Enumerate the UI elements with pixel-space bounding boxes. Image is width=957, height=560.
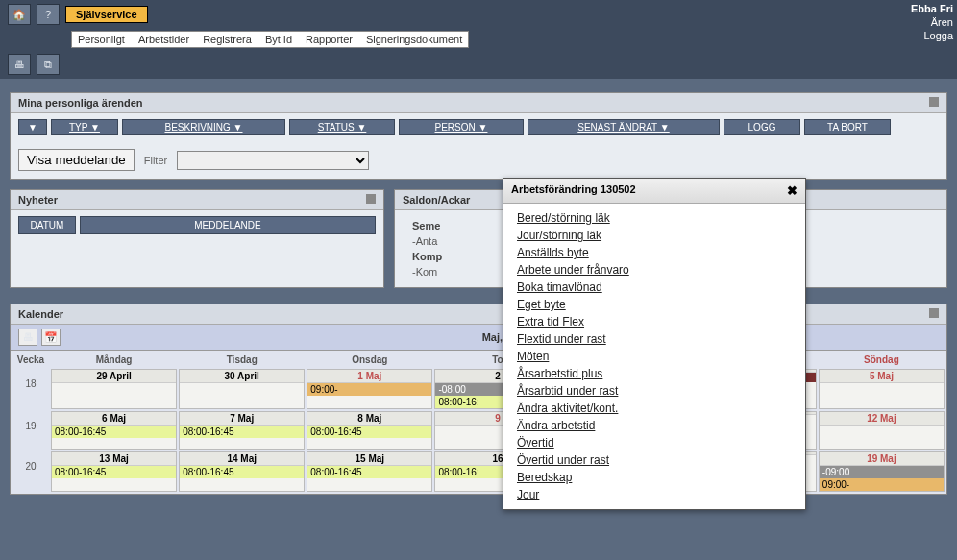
- calendar-cell[interactable]: 19 Maj-09:0009:00-: [819, 451, 945, 492]
- calendar-date: 5 Maj: [820, 370, 944, 383]
- popup-link[interactable]: Övertid: [517, 434, 792, 451]
- menu-item-byt-id[interactable]: Byt Id: [265, 34, 292, 45]
- col-typ[interactable]: TYP ▼: [51, 119, 118, 135]
- col-logg[interactable]: LOGG: [724, 119, 800, 135]
- collapse-icon[interactable]: [366, 194, 376, 204]
- calendar-date: 15 Maj: [307, 452, 431, 466]
- close-icon[interactable]: ✖: [787, 183, 798, 198]
- day-header: Söndag: [819, 353, 945, 367]
- col-beskrivning[interactable]: BESKRIVNING ▼: [122, 119, 285, 135]
- popup-link[interactable]: Jour/störning läk: [517, 227, 792, 244]
- calendar-cell[interactable]: 13 Maj08:00-16:45: [51, 451, 177, 492]
- menu-item-arbetstider[interactable]: Arbetstider: [138, 34, 189, 45]
- calendar-entry[interactable]: 08:00-16:45: [180, 466, 304, 478]
- calendar-date: 8 Maj: [307, 412, 431, 426]
- home-icon[interactable]: 🏠: [8, 4, 31, 25]
- calendar-date: 14 Maj: [180, 452, 304, 466]
- calendar-date: 1 Maj: [307, 370, 431, 383]
- popup-link[interactable]: Övertid under rast: [517, 451, 792, 469]
- user-info: Ebba Fri Ären Logga: [911, 2, 953, 42]
- menu-item-signeringsdokument[interactable]: Signeringsdokument: [366, 34, 462, 45]
- calendar-cell[interactable]: 29 April: [51, 369, 177, 409]
- calendar-entry[interactable]: 08:00-16:45: [52, 426, 176, 438]
- popup-link[interactable]: Extra tid Flex: [517, 313, 792, 330]
- news-col-message: MEDDELANDE: [80, 216, 376, 234]
- news-col-date: DATUM: [18, 216, 76, 234]
- help-icon[interactable]: ?: [37, 4, 60, 25]
- calendar-entry[interactable]: 08:00-16:45: [180, 426, 304, 438]
- window-icon[interactable]: ⧉: [37, 54, 60, 75]
- col-senast[interactable]: SENAST ÄNDRAT ▼: [528, 119, 720, 135]
- day-header: Måndag: [51, 353, 177, 367]
- calendar-cell[interactable]: 12 Maj: [819, 411, 945, 450]
- menu-item-personligt[interactable]: Personligt: [78, 34, 125, 45]
- popup-link[interactable]: Ändra arbetstid: [517, 417, 792, 434]
- popup-link[interactable]: Bered/störning läk: [517, 209, 792, 227]
- calendar-panel: Kalender 🖶 📅 Maj, 20 VeckaMåndagTisdagOn…: [10, 304, 947, 495]
- day-header: Tisdag: [179, 353, 305, 367]
- calendar-cell[interactable]: 8 Maj08:00-16:45: [307, 411, 432, 450]
- filter-select[interactable]: [177, 151, 369, 170]
- popup-link[interactable]: Flextid under rast: [517, 330, 792, 348]
- calendar-cell[interactable]: 14 Maj08:00-16:45: [179, 451, 305, 492]
- calendar-date: 29 April: [52, 370, 176, 383]
- collapse-icon[interactable]: [929, 308, 939, 318]
- collapse-icon[interactable]: [929, 97, 939, 107]
- user-sub1: Ären: [911, 15, 953, 29]
- popup-link[interactable]: Anställds byte: [517, 244, 792, 261]
- calendar-date: 7 Maj: [180, 412, 304, 426]
- calendar-entry[interactable]: 08:00-16:45: [307, 426, 431, 438]
- menu-item-registrera[interactable]: Registrera: [203, 34, 252, 45]
- popup-link[interactable]: Boka timavlönad: [517, 279, 792, 296]
- popup-link[interactable]: Arbete under frånvaro: [517, 261, 792, 279]
- calendar-icon[interactable]: 📅: [41, 329, 61, 346]
- news-panel: Nyheter DATUM MEDDELANDE: [10, 189, 384, 288]
- week-label: Vecka: [12, 353, 49, 367]
- user-name: Ebba Fri: [911, 2, 953, 15]
- popup-link[interactable]: Jour: [517, 486, 792, 503]
- col-person[interactable]: PERSON ▼: [399, 119, 524, 135]
- print-icon[interactable]: 🖶: [8, 54, 31, 75]
- calendar-month: Maj, 20: [61, 331, 939, 343]
- main-menu: PersonligtArbetstiderRegistreraByt IdRap…: [71, 31, 469, 48]
- calendar-entry[interactable]: 08:00-16:45: [52, 466, 176, 478]
- popup-link[interactable]: Ändra aktivitet/kont.: [517, 400, 792, 417]
- popup-link[interactable]: Beredskap: [517, 469, 792, 486]
- calendar-cell[interactable]: 5 Maj: [819, 369, 945, 409]
- errands-panel: Mina personliga ärenden ▼ TYP ▼ BESKRIVN…: [10, 92, 947, 180]
- week-number: 19: [12, 411, 49, 450]
- news-title: Nyheter: [18, 194, 58, 206]
- calendar-date: 6 Maj: [52, 412, 176, 426]
- calendar-title: Kalender: [18, 308, 63, 320]
- calendar-entry[interactable]: 09:00-: [307, 383, 431, 396]
- week-number: 20: [12, 451, 49, 492]
- tab-selfservice[interactable]: Självservice: [65, 6, 148, 23]
- calendar-entry[interactable]: 08:00-16:45: [307, 466, 431, 478]
- calendar-date: 12 Maj: [820, 412, 944, 426]
- work-change-popup: Arbetsförändring 130502 ✖ Bered/störning…: [503, 178, 806, 510]
- calendar-entry[interactable]: -09:00: [820, 466, 944, 478]
- popup-link[interactable]: Möten: [517, 348, 792, 365]
- col-tabort[interactable]: TA BORT: [804, 119, 891, 135]
- filter-label: Filter: [144, 155, 167, 166]
- popup-link[interactable]: Årsarbetstid plus: [517, 365, 792, 382]
- calendar-cell[interactable]: 30 April: [179, 369, 305, 409]
- calendar-entry[interactable]: 09:00-: [820, 478, 944, 491]
- popup-link[interactable]: Eget byte: [517, 296, 792, 313]
- calendar-cell[interactable]: 15 Maj08:00-16:45: [307, 451, 432, 492]
- popup-link[interactable]: Årsarbtid under rast: [517, 382, 792, 400]
- week-number: 18: [12, 369, 49, 409]
- saldon-title: Saldon/Ackar: [403, 194, 470, 206]
- col-expand[interactable]: ▼: [18, 119, 47, 135]
- errands-title: Mina personliga ärenden: [18, 97, 143, 109]
- calendar-cell[interactable]: 7 Maj08:00-16:45: [179, 411, 305, 450]
- print-icon[interactable]: 🖶: [18, 329, 37, 346]
- col-status[interactable]: STATUS ▼: [289, 119, 395, 135]
- calendar-date: 13 Maj: [52, 452, 176, 466]
- menu-item-rapporter[interactable]: Rapporter: [306, 34, 353, 45]
- show-message-button[interactable]: Visa meddelande: [18, 149, 135, 171]
- calendar-cell[interactable]: 1 Maj09:00-: [307, 369, 432, 409]
- calendar-date: 19 Maj: [820, 452, 944, 466]
- calendar-cell[interactable]: 6 Maj08:00-16:45: [51, 411, 177, 450]
- calendar-date: 30 April: [180, 370, 304, 383]
